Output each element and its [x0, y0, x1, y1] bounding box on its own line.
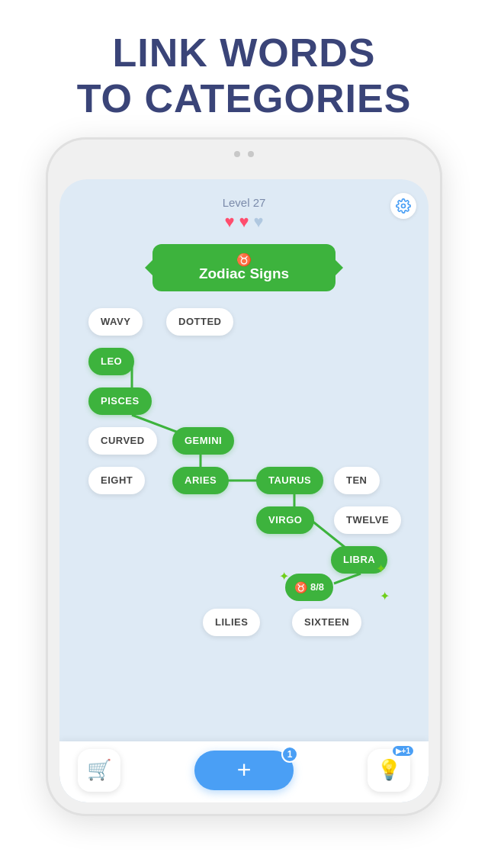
add-badge: 1: [281, 746, 298, 763]
add-label: +: [237, 756, 252, 784]
hearts-row: ♥ ♥ ♥: [224, 212, 263, 232]
star-right: ✦: [376, 561, 386, 576]
chip-wavy[interactable]: WAVY: [88, 308, 143, 336]
star-bottom: ✦: [380, 589, 390, 603]
category-label: Zodiac Signs: [199, 265, 289, 282]
game-area: WAVY DOTTED LEO PISCES CURVED GEMINI EIG…: [59, 291, 429, 741]
banner-content: ♉ Zodiac Signs: [199, 252, 289, 282]
hint-plus-badge: ▶+1: [393, 746, 413, 756]
level-bar: Level 27 ♥ ♥ ♥: [59, 179, 429, 232]
chip-sixteen[interactable]: SIXTEEN: [292, 609, 361, 636]
phone-frame: Level 27 ♥ ♥ ♥ ♉ Zodiac Signs: [46, 137, 442, 816]
chip-virgo[interactable]: VIRGO: [256, 506, 314, 534]
star-left: ✦: [279, 569, 289, 583]
chip-leo[interactable]: LEO: [88, 348, 134, 375]
chip-curved[interactable]: CURVED: [88, 427, 157, 455]
gear-button[interactable]: [390, 193, 416, 219]
header-line2: TO CATEGORIES: [0, 76, 488, 122]
phone-screen: Level 27 ♥ ♥ ♥ ♉ Zodiac Signs: [59, 179, 429, 802]
chip-aries[interactable]: ARIES: [172, 467, 229, 494]
app-header: LINK WORDS TO CATEGORIES: [0, 0, 488, 137]
header-line1: LINK WORDS: [0, 31, 488, 76]
badge-icon: ♉: [294, 581, 307, 593]
chip-twelve[interactable]: TWELVE: [334, 506, 401, 534]
chip-dotted[interactable]: DOTTED: [166, 308, 233, 336]
notch-dot-right: [248, 151, 254, 157]
heart-3: ♥: [254, 212, 264, 232]
chip-taurus[interactable]: TAURUS: [256, 467, 323, 494]
heart-1: ♥: [224, 212, 234, 232]
add-button[interactable]: + 1: [194, 751, 294, 790]
hint-button[interactable]: 💡 ▶+1: [368, 749, 410, 792]
completion-badge: ♉ 8/8: [285, 574, 333, 601]
svg-line-6: [334, 574, 361, 583]
chip-eight[interactable]: EIGHT: [88, 467, 145, 494]
chip-ten[interactable]: TEN: [334, 467, 380, 494]
notch-dot-left: [234, 151, 240, 157]
chip-lilies[interactable]: LILIES: [203, 609, 260, 636]
heart-2: ♥: [239, 212, 249, 232]
shop-button[interactable]: 🛒: [78, 749, 120, 792]
bottom-bar: 🛒 + 1 💡 ▶+1: [59, 741, 429, 802]
phone-notch: [234, 151, 254, 157]
shop-icon: 🛒: [87, 758, 111, 782]
badge-count: 8/8: [310, 581, 324, 593]
category-banner: ♉ Zodiac Signs: [152, 244, 336, 291]
hint-icon: 💡: [377, 758, 401, 782]
gear-icon: [396, 198, 411, 214]
level-label: Level 27: [223, 196, 266, 209]
chip-pisces[interactable]: PISCES: [88, 387, 152, 415]
chip-gemini[interactable]: GEMINI: [172, 427, 234, 455]
